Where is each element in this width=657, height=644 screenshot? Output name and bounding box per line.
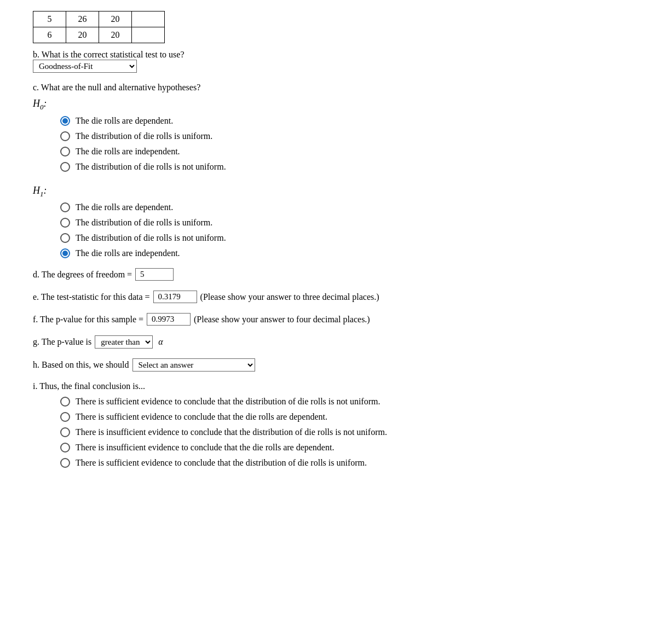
h1-option-2-text: The distribution of die rolls is uniform… (76, 218, 212, 228)
conclusion-radio-1[interactable] (60, 397, 70, 407)
h0-radio-3[interactable] (60, 147, 70, 156)
h1-option-4-text: The die rolls are independent. (76, 248, 180, 258)
conclusion-option-1-text: There is sufficient evidence to conclude… (76, 397, 380, 407)
section-i-label: i. Thus, the final conclusion is... (33, 381, 145, 391)
section-g: g. The p-value is greater than less than… (33, 335, 624, 349)
section-i: i. Thus, the final conclusion is... Ther… (33, 381, 624, 468)
table-cell: 20 (99, 11, 132, 27)
section-d-label: d. The degrees of freedom = (33, 270, 132, 280)
should-dropdown[interactable]: Select an answer reject the null hypothe… (132, 358, 255, 372)
h1-option-1-text: The die rolls are dependent. (76, 202, 173, 212)
section-c-label: c. What are the null and alternative hyp… (33, 83, 200, 92)
section-e-label-post: (Please show your answer to three decima… (200, 292, 379, 302)
conclusion-option-4[interactable]: There is insufficient evidence to conclu… (60, 443, 624, 452)
conclusion-radio-4[interactable] (60, 443, 70, 452)
table-cell: 5 (33, 11, 66, 27)
conclusion-option-5[interactable]: There is sufficient evidence to conclude… (60, 458, 624, 468)
section-h-label-pre: h. Based on this, we should (33, 360, 129, 370)
h1-option-4[interactable]: The die rolls are independent. (60, 248, 624, 258)
conclusion-option-4-text: There is insufficient evidence to conclu… (76, 443, 334, 452)
table-cell: 20 (99, 27, 132, 43)
h1-radio-group: The die rolls are dependent. The distrib… (60, 202, 624, 258)
table-row: 5 26 20 (33, 11, 165, 27)
data-table: 5 26 20 6 20 20 (33, 11, 165, 43)
h1-radio-1[interactable] (60, 202, 70, 212)
h1-radio-3[interactable] (60, 233, 70, 243)
page-container: 5 26 20 6 20 20 b. What is the correct s… (0, 0, 657, 644)
section-c: c. What are the null and alternative hyp… (33, 83, 624, 258)
conclusion-radio-3[interactable] (60, 427, 70, 437)
section-f-label-pre: f. The p-value for this sample = (33, 315, 143, 324)
conclusion-radio-2[interactable] (60, 412, 70, 422)
table-cell: 6 (33, 27, 66, 43)
conclusion-radio-group: There is sufficient evidence to conclude… (60, 397, 624, 468)
conclusion-option-3[interactable]: There is insufficient evidence to conclu… (60, 427, 624, 437)
h0-option-2-text: The distribution of die rolls is uniform… (76, 131, 212, 141)
h0-option-1[interactable]: The die rolls are dependent. (60, 116, 624, 126)
h1-option-3-text: The distribution of die rolls is not uni… (76, 233, 226, 243)
h1-option-2[interactable]: The distribution of die rolls is uniform… (60, 218, 624, 228)
table-cell (132, 27, 165, 43)
section-b-label: b. What is the correct statistical test … (33, 50, 185, 59)
h1-radio-2[interactable] (60, 218, 70, 228)
h0-option-3[interactable]: The die rolls are independent. (60, 147, 624, 156)
p-value-comparison-dropdown[interactable]: greater than less than equal to (95, 335, 153, 349)
p-value-input[interactable] (147, 313, 191, 326)
test-statistic-input[interactable] (153, 291, 197, 303)
section-f: f. The p-value for this sample = (Please… (33, 313, 624, 326)
section-e-label-pre: e. The test-statistic for this data = (33, 292, 150, 302)
h1-radio-4[interactable] (60, 248, 70, 258)
section-b: b. What is the correct statistical test … (33, 50, 624, 73)
h0-radio-group: The die rolls are dependent. The distrib… (60, 116, 624, 172)
conclusion-option-2[interactable]: There is sufficient evidence to conclude… (60, 412, 624, 422)
conclusion-option-2-text: There is sufficient evidence to conclude… (76, 412, 327, 422)
h0-option-1-text: The die rolls are dependent. (76, 116, 173, 126)
h0-option-2[interactable]: The distribution of die rolls is uniform… (60, 131, 624, 141)
table-cell (132, 11, 165, 27)
section-f-label-post: (Please show your answer to four decimal… (194, 315, 370, 324)
section-e: e. The test-statistic for this data = (P… (33, 291, 624, 303)
conclusion-option-3-text: There is insufficient evidence to conclu… (76, 427, 387, 437)
section-d: d. The degrees of freedom = (33, 268, 624, 281)
section-g-label-pre: g. The p-value is (33, 337, 91, 347)
table-cell: 20 (66, 27, 99, 43)
degrees-of-freedom-input[interactable] (135, 268, 174, 281)
conclusion-option-5-text: There is sufficient evidence to conclude… (76, 458, 367, 468)
h1-option-3[interactable]: The distribution of die rolls is not uni… (60, 233, 624, 243)
h0-option-4[interactable]: The distribution of die rolls is not uni… (60, 162, 624, 172)
h1-option-1[interactable]: The die rolls are dependent. (60, 202, 624, 212)
h0-option-4-text: The distribution of die rolls is not uni… (76, 162, 226, 172)
statistical-test-dropdown[interactable]: Goodness-of-Fit Chi-Square Independence … (33, 60, 137, 73)
table-row: 6 20 20 (33, 27, 165, 43)
conclusion-option-1[interactable]: There is sufficient evidence to conclude… (60, 397, 624, 407)
h0-label: H0: (33, 98, 624, 112)
h0-radio-1[interactable] (60, 116, 70, 126)
conclusion-radio-5[interactable] (60, 458, 70, 468)
section-h: h. Based on this, we should Select an an… (33, 358, 624, 372)
h0-radio-2[interactable] (60, 131, 70, 141)
h0-radio-4[interactable] (60, 162, 70, 172)
table-cell: 26 (66, 11, 99, 27)
h0-option-3-text: The die rolls are independent. (76, 147, 180, 156)
h1-label: H1: (33, 185, 624, 199)
alpha-symbol: α (158, 337, 163, 347)
